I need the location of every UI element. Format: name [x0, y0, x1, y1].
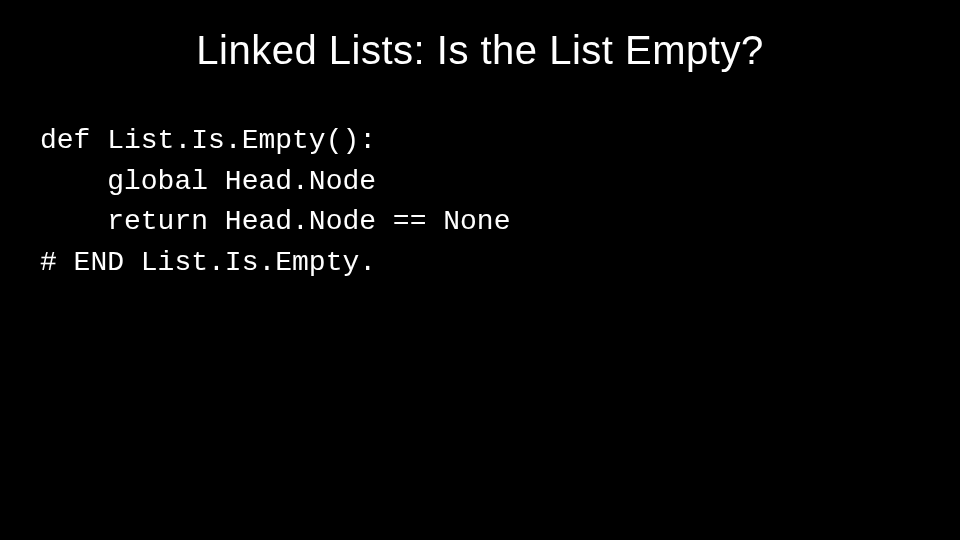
code-line-3: return Head.Node == None [40, 206, 510, 237]
code-line-4: # END List.Is.Empty. [40, 247, 376, 278]
slide-title: Linked Lists: Is the List Empty? [0, 0, 960, 93]
code-line-2: global Head.Node [40, 166, 376, 197]
code-block: def List.Is.Empty(): global Head.Node re… [0, 93, 960, 283]
code-line-1: def List.Is.Empty(): [40, 125, 376, 156]
